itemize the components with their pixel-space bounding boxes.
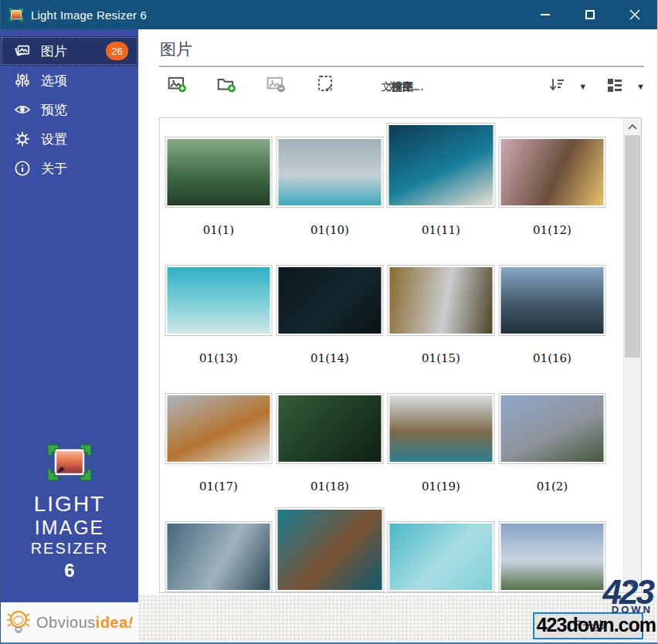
app-window: Light Image Resizer 6 图片26 选项 预览: [0, 0, 658, 644]
thumbnail[interactable]: [165, 393, 273, 464]
sidebar-logo: LIGHT IMAGE RESIZER 6: [1, 443, 138, 582]
thumbnail[interactable]: [165, 137, 273, 208]
thumbnail[interactable]: [388, 521, 495, 592]
thumbnail-image: [501, 524, 604, 590]
sidebar-item-5[interactable]: 关于: [1, 154, 138, 183]
thumbnail[interactable]: [388, 265, 495, 336]
thumbnail[interactable]: [499, 265, 606, 336]
thumbnail[interactable]: [165, 265, 273, 336]
toolbar: 文件... 文件夹... 移除 清空 排序: [160, 73, 645, 113]
gallery-item[interactable]: [163, 512, 274, 593]
gallery-item[interactable]: [385, 512, 497, 593]
sliders-icon: [14, 72, 31, 89]
gallery-item[interactable]: 01(12): [497, 127, 608, 256]
thumbnail-label: 01(1): [163, 223, 274, 237]
title-divider: [159, 66, 644, 67]
chevron-up-icon: [628, 124, 637, 130]
thumbnail-label: 01(13): [163, 351, 274, 365]
gallery-item[interactable]: 01(13): [163, 256, 274, 384]
thumbnail[interactable]: [499, 521, 606, 592]
gallery-panel: 01(1) 01(10) 01(11) 01(12) 01(13) 01(14)…: [159, 117, 642, 593]
title-bar: Light Image Resizer 6: [1, 0, 657, 29]
thumbnail-label: 01(16): [497, 351, 608, 365]
thumbnail-label: 01(10): [274, 223, 385, 237]
thumbnail-image: [168, 395, 270, 462]
gallery-item[interactable]: [497, 512, 608, 593]
close-icon: [629, 9, 640, 20]
sidebar-item-2[interactable]: 选项: [1, 66, 138, 95]
gallery-item[interactable]: 01(19): [385, 384, 497, 512]
thumbnail-image: [279, 395, 382, 462]
vertical-scrollbar[interactable]: [623, 118, 641, 592]
thumbnail-label: 01(17): [163, 480, 274, 493]
thumbnail-image: [279, 139, 382, 205]
sidebar-item-1[interactable]: 图片26: [1, 36, 138, 66]
sidebar-item-label: 设置: [41, 130, 67, 148]
logo-line-1: LIGHT: [1, 493, 138, 517]
gallery-item[interactable]: 01(1): [163, 127, 274, 256]
thumbnail-image: [168, 267, 270, 334]
thumbnail[interactable]: [499, 137, 606, 208]
gallery-item[interactable]: 01(17): [163, 384, 274, 512]
logo-line-2: IMAGE: [1, 517, 138, 539]
eye-icon: [14, 101, 31, 118]
minimize-button[interactable]: [523, 0, 568, 29]
page-title: 图片: [160, 39, 192, 60]
gallery-item[interactable]: 01(14): [274, 256, 385, 384]
thumbnail-image: [390, 395, 493, 462]
gallery-grid: 01(1) 01(10) 01(11) 01(12) 01(13) 01(14)…: [163, 127, 619, 593]
thumbnail-image: [168, 139, 270, 205]
thumbnail[interactable]: [387, 123, 496, 208]
footer-bar: 下一步: [138, 595, 657, 642]
thumbnail[interactable]: [276, 507, 385, 592]
brand-text: Obviousidea!: [36, 614, 134, 632]
sidebar: 图片26 选项 预览 设置 关于: [1, 29, 138, 642]
thumbnail[interactable]: [499, 393, 606, 464]
thumbnail[interactable]: [276, 265, 384, 336]
gallery-item[interactable]: 01(15): [385, 256, 497, 384]
gallery-item[interactable]: 01(16): [497, 256, 608, 384]
close-button[interactable]: [612, 0, 657, 29]
main-panel: 图片 文件... 文件夹... 移除 清空: [138, 29, 657, 642]
gallery-item[interactable]: 01(18): [274, 384, 385, 512]
sidebar-item-4[interactable]: 设置: [1, 124, 138, 154]
thumbnail[interactable]: [276, 137, 384, 208]
scroll-down-button[interactable]: [624, 576, 641, 592]
thumbnail-image: [501, 267, 604, 334]
gallery-item[interactable]: 01(11): [385, 127, 497, 256]
sidebar-item-label: 预览: [41, 101, 67, 119]
info-icon: [14, 160, 31, 177]
app-icon: [8, 8, 24, 22]
toolbar-right: 排序 ▼ 视图 ▼: [529, 73, 645, 94]
sidebar-item-label: 关于: [41, 160, 67, 178]
count-badge: 26: [106, 42, 128, 60]
sidebar-items: 图片26 选项 预览 设置 关于: [1, 29, 138, 183]
gear-icon: [14, 130, 31, 147]
lightbulb-icon: [5, 608, 32, 637]
thumbnail-image: [501, 139, 604, 205]
thumbnail[interactable]: [276, 393, 384, 464]
gallery-item[interactable]: 01(2): [497, 384, 608, 512]
thumbnail[interactable]: [165, 521, 273, 592]
thumbnail-label: 01(19): [385, 480, 497, 493]
minimize-icon: [541, 14, 550, 15]
thumbnail-image: [278, 510, 382, 590]
thumbnail-image: [168, 524, 270, 590]
logo-line-4: 6: [1, 558, 138, 582]
next-button[interactable]: 下一步: [533, 612, 643, 639]
thumbnail-label: 01(18): [274, 480, 385, 493]
thumbnail-image: [389, 125, 494, 205]
scrollbar-thumb[interactable]: [625, 135, 640, 358]
sidebar-item-3[interactable]: 预览: [1, 95, 138, 124]
toolbar-button-label: 视图: [160, 80, 645, 94]
scroll-up-button[interactable]: [624, 118, 641, 134]
sidebar-item-label: 选项: [41, 72, 67, 90]
obviousidea-brand[interactable]: Obviousidea!: [1, 602, 138, 642]
thumbnail[interactable]: [388, 393, 495, 464]
maximize-icon: [585, 10, 595, 19]
gallery-item[interactable]: 01(10): [274, 127, 385, 256]
maximize-button[interactable]: [568, 0, 612, 29]
resizer-logo-icon: [46, 443, 93, 482]
gallery-item[interactable]: [274, 512, 385, 593]
toolbar-button[interactable]: 视图: [598, 73, 632, 94]
